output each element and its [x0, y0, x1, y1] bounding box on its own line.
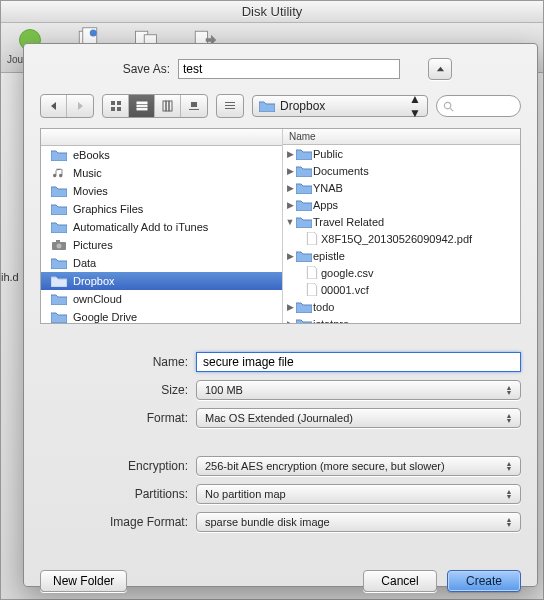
- disclosure-triangle[interactable]: ▶: [285, 319, 295, 324]
- group-by-button[interactable]: [217, 95, 243, 117]
- item-label: Public: [313, 148, 343, 160]
- item-label: YNAB: [313, 182, 343, 194]
- folder-row[interactable]: ▶Public: [283, 145, 520, 162]
- svg-line-23: [450, 108, 453, 111]
- background-file-label: ih.d: [1, 271, 19, 283]
- disclosure-triangle[interactable]: ▶: [285, 183, 295, 193]
- folder-icon: [297, 317, 311, 323]
- svg-rect-17: [191, 102, 197, 107]
- svg-rect-26: [56, 240, 60, 242]
- save-as-field[interactable]: [178, 59, 400, 79]
- disclosure-triangle[interactable]: ▶: [285, 200, 295, 210]
- item-label: Documents: [313, 165, 369, 177]
- disclosure-triangle[interactable]: ▶: [285, 166, 295, 176]
- view-coverflow[interactable]: [181, 95, 207, 117]
- svg-rect-11: [137, 102, 147, 104]
- item-label: Apps: [313, 199, 338, 211]
- new-folder-button[interactable]: New Folder: [40, 570, 127, 592]
- view-mode-segment[interactable]: [102, 94, 208, 118]
- svg-rect-18: [189, 109, 199, 110]
- format-popup[interactable]: Mac OS Extended (Journaled)▲▼: [196, 408, 521, 428]
- sidebar-item[interactable]: Data: [41, 254, 282, 272]
- folder-icon: [297, 198, 311, 211]
- create-button[interactable]: Create: [447, 570, 521, 592]
- file-row[interactable]: X8F15Q_20130526090942.pdf: [283, 230, 520, 247]
- file-row[interactable]: 00001.vcf: [283, 281, 520, 298]
- svg-rect-20: [225, 105, 235, 106]
- sidebar-item[interactable]: Graphics Files: [41, 200, 282, 218]
- disclosure-triangle[interactable]: ▶: [285, 302, 295, 312]
- folder-row[interactable]: ▶istatpro: [283, 315, 520, 323]
- size-popup[interactable]: 100 MB▲▼: [196, 380, 521, 400]
- file-row[interactable]: google.csv: [283, 264, 520, 281]
- item-label: google.csv: [321, 267, 374, 279]
- image-format-popup[interactable]: sparse bundle disk image▲▼: [196, 512, 521, 532]
- cancel-button[interactable]: Cancel: [363, 570, 437, 592]
- search-field[interactable]: [436, 95, 521, 117]
- view-columns[interactable]: [155, 95, 181, 117]
- sidebar-item[interactable]: Movies: [41, 182, 282, 200]
- disclosure-triangle[interactable]: ▼: [285, 217, 295, 227]
- file-icon: [305, 266, 319, 279]
- svg-rect-9: [111, 107, 115, 111]
- partitions-label: Partitions:: [40, 487, 188, 501]
- sidebar-item[interactable]: Google Drive: [41, 308, 282, 323]
- partitions-popup[interactable]: No partition map▲▼: [196, 484, 521, 504]
- encryption-popup[interactable]: 256-bit AES encryption (more secure, but…: [196, 456, 521, 476]
- nav-back-forward[interactable]: [40, 94, 94, 118]
- sidebar-item[interactable]: Pictures: [41, 236, 282, 254]
- folder-icon: [297, 147, 311, 160]
- folder-row[interactable]: ▶Apps: [283, 196, 520, 213]
- folder-icon: [297, 215, 311, 228]
- sidebar-item-label: Dropbox: [73, 275, 115, 287]
- svg-rect-21: [225, 108, 235, 109]
- sidebar-item-label: Data: [73, 257, 96, 269]
- location-popup[interactable]: Dropbox ▲▼: [252, 95, 428, 117]
- svg-rect-8: [117, 101, 121, 105]
- right-col-header[interactable]: Name: [283, 129, 520, 145]
- collapse-button[interactable]: [428, 58, 452, 80]
- sidebar-item[interactable]: ownCloud: [41, 290, 282, 308]
- left-col-header: [41, 129, 282, 146]
- sidebar-item-label: Pictures: [73, 239, 113, 251]
- sidebar-item-label: Graphics Files: [73, 203, 143, 215]
- location-label: Dropbox: [280, 99, 325, 113]
- name-field[interactable]: [196, 352, 521, 372]
- group-arrange-segment[interactable]: [216, 94, 244, 118]
- search-icon: [443, 101, 454, 112]
- back-button[interactable]: [41, 95, 67, 117]
- folder-row[interactable]: ▼Travel Related: [283, 213, 520, 230]
- folder-icon: [297, 249, 311, 262]
- folder-row[interactable]: ▶YNAB: [283, 179, 520, 196]
- sidebar-item-label: Music: [73, 167, 102, 179]
- view-list[interactable]: [129, 95, 155, 117]
- item-label: 00001.vcf: [321, 284, 369, 296]
- name-label: Name:: [40, 355, 188, 369]
- sidebar-item[interactable]: Music: [41, 164, 282, 182]
- svg-rect-13: [137, 108, 147, 110]
- svg-point-3: [90, 30, 97, 37]
- item-label: epistle: [313, 250, 345, 262]
- image-format-label: Image Format:: [40, 515, 188, 529]
- svg-rect-10: [117, 107, 121, 111]
- file-icon: [305, 232, 319, 245]
- save-sheet: Save As: Dropbox: [23, 43, 538, 587]
- item-label: X8F15Q_20130526090942.pdf: [321, 233, 472, 245]
- folder-icon: [297, 300, 311, 313]
- folder-row[interactable]: ▶todo: [283, 298, 520, 315]
- disclosure-triangle[interactable]: ▶: [285, 149, 295, 159]
- disclosure-triangle[interactable]: ▶: [285, 251, 295, 261]
- svg-rect-19: [225, 102, 235, 103]
- forward-button[interactable]: [67, 95, 93, 117]
- file-browser: eBooksMusicMoviesGraphics FilesAutomatic…: [40, 128, 521, 324]
- sidebar-item[interactable]: Dropbox: [41, 272, 282, 290]
- format-label: Format:: [40, 411, 188, 425]
- sidebar-item[interactable]: Automatically Add to iTunes: [41, 218, 282, 236]
- svg-point-22: [444, 102, 450, 108]
- sidebar-item-label: Automatically Add to iTunes: [73, 221, 208, 233]
- sidebar-item[interactable]: eBooks: [41, 146, 282, 164]
- view-icons[interactable]: [103, 95, 129, 117]
- folder-row[interactable]: ▶epistle: [283, 247, 520, 264]
- folder-row[interactable]: ▶Documents: [283, 162, 520, 179]
- svg-rect-12: [137, 105, 147, 107]
